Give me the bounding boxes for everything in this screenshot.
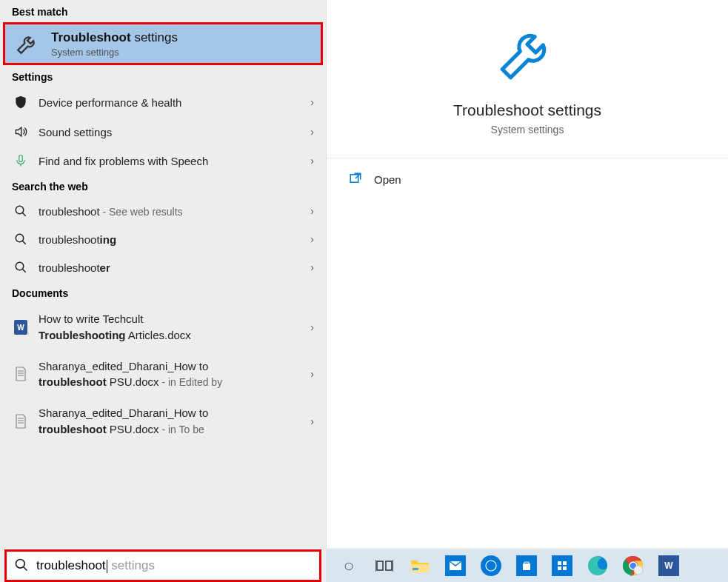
chevron-right-icon: › — [310, 321, 314, 333]
chevron-right-icon: › — [310, 205, 314, 217]
chrome-icon[interactable] — [621, 553, 646, 578]
chevron-right-icon: › — [310, 155, 314, 167]
svg-point-7 — [16, 559, 25, 568]
svg-rect-11 — [413, 568, 418, 570]
mic-icon — [12, 154, 30, 167]
svg-point-3 — [16, 262, 24, 270]
task-view-icon[interactable] — [372, 553, 397, 578]
best-match-title: Troubleshoot settings — [51, 30, 178, 45]
web-item-label: troubleshooter — [39, 261, 314, 274]
chevron-right-icon: › — [310, 261, 314, 273]
svg-rect-6 — [350, 175, 358, 183]
svg-point-1 — [16, 206, 24, 214]
web-item-troubleshooting[interactable]: troubleshooting › — [0, 225, 326, 253]
preview-subtitle: System settings — [491, 124, 564, 136]
document-item[interactable]: W How to write Techcult Troubleshooting … — [0, 304, 326, 351]
document-item[interactable]: Sharanya_edited_Dharani_How to troublesh… — [0, 398, 326, 445]
file-icon — [12, 414, 30, 429]
preview-title: Troubleshoot settings — [453, 101, 601, 119]
search-icon — [12, 233, 30, 246]
web-header: Search the web — [0, 175, 326, 197]
chevron-right-icon: › — [310, 233, 314, 245]
svg-rect-15 — [558, 566, 561, 570]
best-match-subtitle: System settings — [51, 47, 178, 58]
document-item-label: Sharanya_edited_Dharani_How to troublesh… — [39, 358, 314, 391]
settings-item-label: Sound settings — [39, 126, 314, 138]
settings-item-label: Find and fix problems with Speech — [39, 155, 314, 167]
speaker-icon — [12, 124, 30, 139]
settings-item-speech[interactable]: Find and fix problems with Speech › — [0, 147, 326, 175]
wrench-icon-large — [494, 19, 561, 88]
web-item-label: troubleshoot - See web results — [39, 205, 314, 218]
file-icon — [12, 367, 30, 381]
open-action[interactable]: Open — [349, 172, 706, 187]
search-text: troubleshoot settings — [36, 558, 155, 573]
chevron-right-icon: › — [310, 96, 314, 108]
web-item-troubleshooter[interactable]: troubleshooter › — [0, 253, 326, 281]
search-icon — [14, 558, 29, 575]
word-icon[interactable]: W — [656, 553, 681, 578]
wrench-icon — [13, 29, 42, 58]
edge-icon[interactable] — [585, 553, 610, 578]
open-icon — [349, 172, 362, 187]
app-tile-icon[interactable] — [550, 553, 575, 578]
shield-icon — [12, 95, 30, 110]
best-match-header: Best match — [0, 0, 326, 22]
svg-point-2 — [16, 234, 24, 242]
search-input[interactable]: troubleshoot settings — [4, 549, 321, 582]
cortana-icon[interactable]: ○ — [336, 553, 361, 578]
chevron-right-icon: › — [310, 368, 314, 380]
preview-panel: Troubleshoot settings System settings Op… — [326, 0, 728, 548]
search-icon — [12, 204, 30, 218]
chevron-right-icon: › — [310, 126, 314, 138]
dell-app-icon[interactable] — [478, 553, 504, 578]
open-label: Open — [374, 173, 401, 186]
settings-item-sound[interactable]: Sound settings › — [0, 117, 326, 147]
svg-point-12 — [486, 561, 496, 571]
settings-header: Settings — [0, 65, 326, 87]
taskbar: ○ W — [326, 549, 728, 582]
svg-text:W: W — [17, 324, 24, 332]
svg-rect-8 — [377, 561, 383, 570]
svg-rect-14 — [563, 561, 567, 565]
document-item-label: Sharanya_edited_Dharani_How to troublesh… — [39, 405, 314, 438]
svg-rect-0 — [19, 155, 23, 162]
best-match-item[interactable]: Troubleshoot settings System settings — [3, 22, 323, 65]
settings-item-device-health[interactable]: Device performance & health › — [0, 87, 326, 117]
file-explorer-icon[interactable] — [407, 553, 433, 578]
web-item-troubleshoot[interactable]: troubleshoot - See web results › — [0, 197, 326, 225]
document-item[interactable]: Sharanya_edited_Dharani_How to troublesh… — [0, 351, 326, 398]
svg-rect-9 — [386, 561, 392, 570]
search-results-panel: Best match Troubleshoot settings System … — [0, 0, 326, 548]
store-icon[interactable] — [514, 553, 539, 578]
documents-header: Documents — [0, 281, 326, 304]
document-item-label: How to write Techcult Troubleshooting Ar… — [39, 311, 314, 344]
svg-point-21 — [634, 566, 643, 575]
settings-item-label: Device performance & health — [39, 96, 314, 109]
search-icon — [12, 261, 30, 274]
word-doc-icon: W — [12, 320, 30, 335]
mail-icon[interactable] — [443, 553, 468, 578]
svg-rect-13 — [558, 561, 561, 565]
svg-rect-16 — [563, 566, 567, 570]
chevron-right-icon: › — [310, 415, 314, 427]
web-item-label: troubleshooting — [39, 233, 314, 246]
